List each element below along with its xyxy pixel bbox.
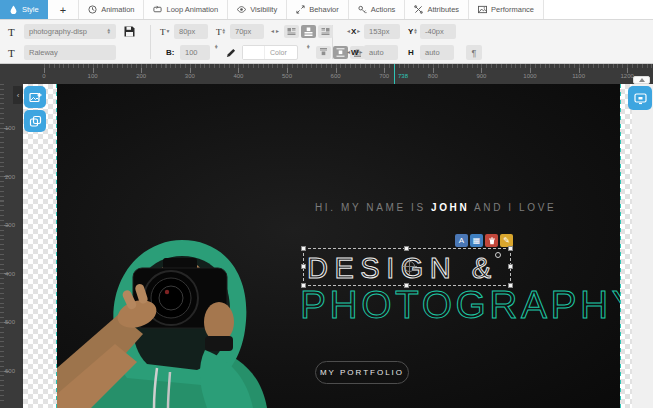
text-cursor-icon: T — [8, 47, 15, 59]
ruler-vertical[interactable]: 100200300400500600 — [0, 84, 23, 408]
paragraph-direction-button[interactable]: ¶ — [466, 45, 482, 60]
eye-icon — [237, 5, 246, 14]
tab-animation[interactable]: Animation — [79, 0, 144, 19]
tab-label: Behavior — [309, 5, 339, 14]
scroll-up-button[interactable] — [633, 76, 650, 84]
resize-handle-top-middle[interactable] — [404, 246, 409, 251]
image-icon — [478, 5, 487, 14]
valign-stepper[interactable]: ▲▼ — [306, 45, 310, 60]
weight-stepper[interactable]: ▲▼ — [214, 45, 218, 60]
ruler-tick-label: 300 — [185, 73, 195, 79]
page-canvas[interactable]: HI. MY NAME IS JOHN AND I LOVE A ▦ ✎ DES… — [57, 84, 620, 408]
align-image-center-button[interactable] — [301, 25, 316, 38]
hero-heading-line2[interactable]: PHOTOGRAPHY — [300, 283, 620, 327]
resize-arrows-icon — [296, 5, 305, 14]
ruler-tick-label: 800 — [428, 73, 438, 79]
font-display-select[interactable]: photography-disp ▲▼ — [24, 24, 116, 39]
anchor-crosshair-icon — [404, 261, 415, 272]
resize-handle-middle-left[interactable] — [301, 264, 306, 269]
height-input[interactable]: auto — [420, 45, 454, 60]
ruler-cursor-value: 738 — [398, 73, 408, 79]
font-action-button[interactable]: A — [455, 234, 468, 247]
ruler-horizontal[interactable]: 738 010020030040050060070080090010001100… — [0, 64, 653, 84]
font-size-input[interactable]: 80px — [174, 24, 208, 39]
ruler-tick-label: 200 — [136, 73, 146, 79]
selected-text-element[interactable]: DESIGN & — [303, 248, 511, 286]
add-image-button[interactable] — [24, 86, 46, 108]
tab-behavior[interactable]: Behavior — [287, 0, 349, 19]
copy-icon — [29, 115, 42, 128]
valign-top-button[interactable] — [316, 46, 331, 59]
hero-intro-text[interactable]: HI. MY NAME IS JOHN AND I LOVE — [315, 202, 556, 213]
page-boundary-left[interactable] — [56, 84, 57, 408]
trash-icon — [488, 237, 496, 245]
photographer-image[interactable] — [57, 218, 307, 408]
resize-handle-top-left[interactable] — [301, 246, 306, 251]
ruler-tick-label: 1000 — [523, 73, 536, 79]
font-weight-label: B: — [166, 48, 174, 57]
ruler-tick-label: 600 — [5, 368, 15, 374]
preview-desktop-button[interactable] — [628, 86, 652, 110]
width-input[interactable]: auto — [364, 45, 398, 60]
tab-loop-animation[interactable]: Loop Animation — [144, 0, 228, 19]
text-color-picker[interactable]: Color — [242, 45, 298, 60]
letter-spacing-icon: ◄► — [270, 24, 280, 39]
tab-label: Animation — [101, 5, 134, 14]
x-position-input[interactable]: 153px — [364, 24, 400, 39]
delete-action-button[interactable] — [485, 234, 498, 247]
y-position-input[interactable]: -40px — [420, 24, 456, 39]
ruler-tick-label: 100 — [5, 125, 15, 131]
ruler-cursor-line — [394, 64, 395, 84]
height-label: H — [408, 48, 414, 57]
align-image-right-button[interactable] — [318, 25, 333, 38]
font-weight-input[interactable]: 100 — [180, 45, 210, 60]
ruler-tick-label: 1200 — [621, 73, 634, 79]
ruler-tick-label: 600 — [331, 73, 341, 79]
ruler-tick-label: 400 — [233, 73, 243, 79]
color-swatch — [243, 46, 265, 59]
resize-handle-top-right[interactable] — [508, 246, 513, 251]
eyedropper-button[interactable] — [226, 45, 236, 60]
line-height-input[interactable]: 70px — [230, 24, 264, 39]
monitor-icon — [634, 92, 647, 105]
design-workspace: HI. MY NAME IS JOHN AND I LOVE A ▦ ✎ DES… — [23, 84, 653, 408]
ruler-tick-label: 200 — [5, 174, 15, 180]
my-portfolio-button[interactable]: MY PORTFOLIO — [315, 361, 409, 384]
tab-attributes[interactable]: Attributes — [405, 0, 469, 19]
rotate-handle[interactable] — [495, 252, 501, 258]
page-boundary-right[interactable] — [620, 84, 621, 408]
tab-label: Actions — [371, 5, 396, 14]
align-image-left-button[interactable] — [284, 25, 299, 38]
duplicate-element-button[interactable] — [24, 110, 46, 132]
toolbar-divider — [150, 25, 151, 59]
offpage-area-left — [23, 84, 57, 408]
tab-label: Performance — [491, 5, 534, 14]
style-tab-bar: Style + Animation Loop Animation Visibil… — [0, 0, 653, 20]
grid-action-button[interactable]: ▦ — [470, 234, 483, 247]
tab-actions[interactable]: Actions — [349, 0, 406, 19]
collapse-panel-handle[interactable]: ‹ — [13, 86, 23, 104]
text-style-icon: T — [8, 26, 15, 38]
hero-name: JOHN — [431, 202, 469, 213]
typography-toolbar: T photography-disp ▲▼ T▼ 80px T▲▼ 70px ◄… — [0, 20, 653, 64]
font-family-input[interactable]: Raleway — [24, 45, 116, 60]
tab-performance[interactable]: Performance — [469, 0, 544, 19]
tab-bar-spacer — [544, 0, 653, 19]
loop-icon — [153, 5, 162, 14]
tab-label: Loop Animation — [166, 5, 218, 14]
tab-style[interactable]: Style — [0, 0, 48, 19]
ruler-tick-label: 1100 — [572, 73, 585, 79]
tab-visibility[interactable]: Visibility — [228, 0, 287, 19]
floppy-disk-icon — [124, 26, 135, 37]
save-font-style-button[interactable] — [124, 24, 135, 39]
hero-heading-line1: DESIGN & — [307, 250, 498, 286]
tab-add[interactable]: + — [48, 0, 79, 19]
clock-icon — [88, 5, 97, 14]
key-icon — [358, 5, 367, 14]
ruler-tick-label: 100 — [88, 73, 98, 79]
app-window: Style + Animation Loop Animation Visibil… — [0, 0, 653, 408]
resize-handle-middle-right[interactable] — [508, 264, 513, 269]
element-action-bar: A ▦ ✎ — [455, 234, 513, 247]
offpage-area-right — [620, 84, 632, 408]
tab-label: Style — [22, 5, 39, 14]
